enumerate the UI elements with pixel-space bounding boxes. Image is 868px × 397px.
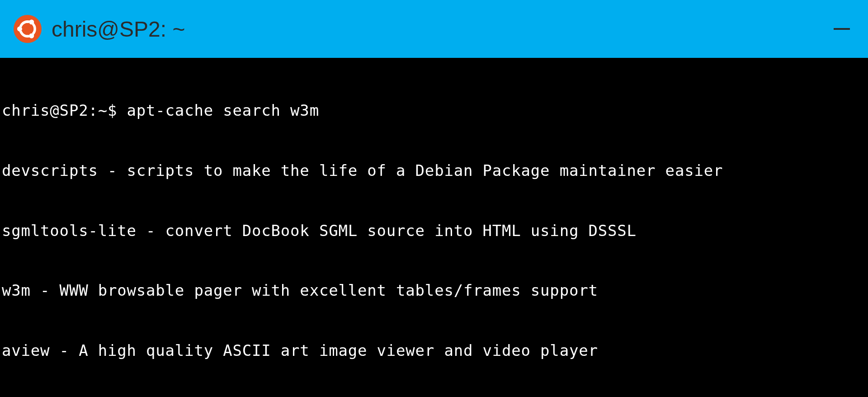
- output-line: aview - A high quality ASCII art image v…: [2, 340, 868, 360]
- command-line: chris@SP2:~$ apt-cache search w3m: [2, 100, 868, 120]
- terminal-window: chris@SP2: ~ chris@SP2:~$ apt-cache sear…: [0, 0, 868, 397]
- svg-point-7: [17, 27, 22, 32]
- shell-prompt: chris@SP2:~$: [2, 101, 127, 119]
- titlebar[interactable]: chris@SP2: ~: [0, 0, 868, 58]
- output-line: devscripts - scripts to make the life of…: [2, 161, 868, 180]
- window-title: chris@SP2: ~: [52, 17, 185, 42]
- output-line: w3m - WWW browsable pager with excellent…: [2, 280, 868, 300]
- svg-point-8: [29, 19, 34, 24]
- window-controls: [834, 28, 850, 30]
- output-line: sgmltools-lite - convert DocBook SGML so…: [2, 221, 868, 241]
- minimize-button[interactable]: [834, 28, 850, 30]
- svg-point-9: [29, 33, 34, 38]
- ubuntu-icon: [14, 15, 42, 43]
- terminal-body[interactable]: chris@SP2:~$ apt-cache search w3m devscr…: [0, 58, 868, 397]
- command-text: apt-cache search w3m: [127, 101, 319, 119]
